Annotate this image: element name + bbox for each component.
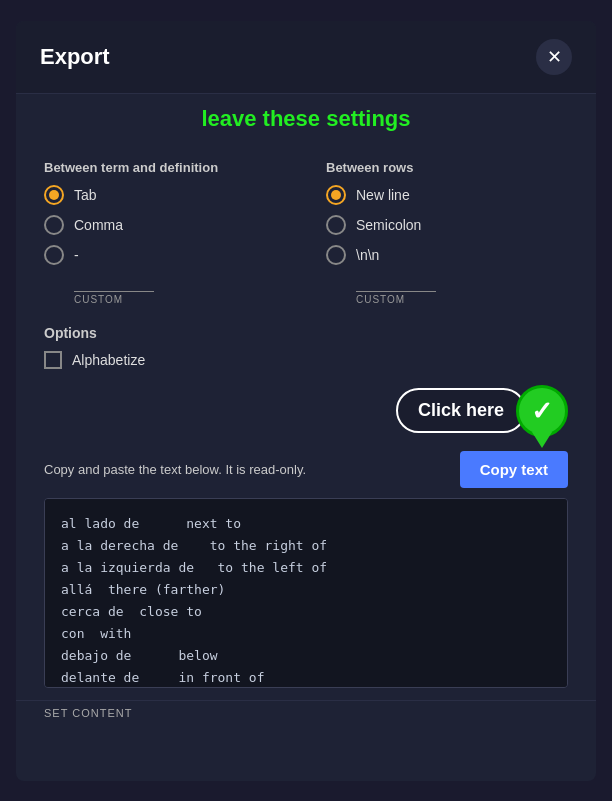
alphabetize-checkbox[interactable] <box>44 351 62 369</box>
alphabetize-label: Alphabetize <box>72 352 145 368</box>
term-custom-input[interactable] <box>74 271 154 292</box>
copy-text-button[interactable]: Copy text <box>460 451 568 488</box>
between-term-col: Between term and definition Tab Comma - <box>44 160 286 305</box>
rows-radio-group: New line Semicolon \n\n <box>326 185 568 265</box>
text-output: al lado de next to a la derecha de to th… <box>44 498 568 688</box>
term-comma-radio[interactable] <box>44 215 64 235</box>
click-here-label: Click here <box>418 400 504 420</box>
between-term-label: Between term and definition <box>44 160 286 175</box>
term-comma-label: Comma <box>74 217 123 233</box>
term-dash-option[interactable]: - <box>44 245 286 265</box>
term-dash-radio[interactable] <box>44 245 64 265</box>
modal-title: Export <box>40 44 110 70</box>
between-rows-col: Between rows New line Semicolon \n\n <box>326 160 568 305</box>
term-radio-group: Tab Comma - <box>44 185 286 265</box>
alphabetize-option[interactable]: Alphabetize <box>44 351 568 369</box>
rows-escapenl-radio[interactable] <box>326 245 346 265</box>
rows-custom-label: CUSTOM <box>356 294 568 305</box>
instruction-banner: leave these settings <box>16 94 596 144</box>
between-rows-label: Between rows <box>326 160 568 175</box>
rows-escapenl-option[interactable]: \n\n <box>326 245 568 265</box>
rows-semicolon-option[interactable]: Semicolon <box>326 215 568 235</box>
modal-header: Export ✕ <box>16 21 596 94</box>
rows-semicolon-label: Semicolon <box>356 217 421 233</box>
rows-semicolon-radio[interactable] <box>326 215 346 235</box>
click-here-container: Click here ✓ <box>396 385 568 437</box>
close-button[interactable]: ✕ <box>536 39 572 75</box>
click-here-bubble[interactable]: Click here <box>396 388 526 433</box>
action-row: Copy and paste the text below. It is rea… <box>16 441 596 498</box>
term-tab-option[interactable]: Tab <box>44 185 286 205</box>
set-content-link[interactable]: SET CONTENT <box>16 701 596 731</box>
settings-row: Between term and definition Tab Comma - <box>44 160 568 305</box>
click-copy-row: Click here ✓ <box>16 377 596 441</box>
term-tab-label: Tab <box>74 187 97 203</box>
rows-newline-label: New line <box>356 187 410 203</box>
options-section: Options Alphabetize <box>16 313 596 377</box>
copy-info-text: Copy and paste the text below. It is rea… <box>44 462 306 477</box>
green-check-icon[interactable]: ✓ <box>516 385 568 437</box>
export-modal: Export ✕ leave these settings Between te… <box>16 21 596 781</box>
rows-custom-input[interactable] <box>356 271 436 292</box>
rows-newline-radio[interactable] <box>326 185 346 205</box>
term-tab-radio[interactable] <box>44 185 64 205</box>
settings-section: Between term and definition Tab Comma - <box>16 144 596 313</box>
rows-escapenl-label: \n\n <box>356 247 379 263</box>
checkmark-icon: ✓ <box>531 398 553 424</box>
text-area-section: al lado de next to a la derecha de to th… <box>16 498 596 700</box>
term-dash-label: - <box>74 247 79 263</box>
term-custom-label: CUSTOM <box>74 294 286 305</box>
rows-newline-option[interactable]: New line <box>326 185 568 205</box>
term-comma-option[interactable]: Comma <box>44 215 286 235</box>
options-title: Options <box>44 325 568 341</box>
